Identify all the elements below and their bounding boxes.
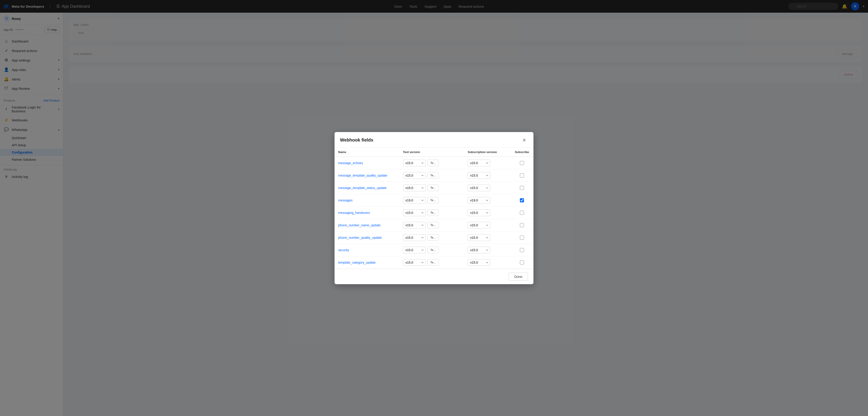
test-version-cell-5: v15.0v16.0v17.0v18.0v19.0v20.0Te... [399,219,464,231]
subscribe-cell-8 [510,256,533,269]
sub-version-cell-3: v15.0v16.0v17.0v18.0v19.0v20.0 [464,194,510,206]
modal-body[interactable]: Name Test version Subscription version S… [335,148,533,269]
test-button-3[interactable]: Te... [428,197,439,204]
table-row: messaging_handoversv15.0v16.0v17.0v18.0v… [335,206,533,219]
subscribe-checkbox-1[interactable] [520,173,524,177]
modal-header: Webhook fields ✕ [335,132,533,148]
col-name-header: Name [335,148,399,157]
table-row: message_template_status_updatev15.0v16.0… [335,182,533,194]
test-version-select-6[interactable]: v15.0v16.0v17.0v18.0v19.0v20.0 [403,234,426,241]
webhook-name-link-2[interactable]: message_template_status_update [338,186,386,190]
test-version-cell-3: v15.0v16.0v17.0v18.0v19.0v20.0Te... [399,194,464,206]
webhook-name-link-6[interactable]: phone_number_quality_update [338,236,382,239]
webhook-name-link-3[interactable]: messages [338,199,352,202]
table-row: message_echoesv15.0v16.0v17.0v18.0v19.0v… [335,157,533,169]
table-row: template_category_updatev15.0v16.0v17.0v… [335,256,533,269]
subscribe-checkbox-6[interactable] [520,236,524,240]
modal-close-button[interactable]: ✕ [521,137,528,144]
test-button-6[interactable]: Te... [428,234,439,241]
table-row: message_template_quality_updatev15.0v16.… [335,169,533,182]
test-version-select-4[interactable]: v15.0v16.0v17.0v18.0v19.0v20.0 [403,209,426,216]
webhook-name-cell-6: phone_number_quality_update [335,231,399,244]
subscribe-checkbox-2[interactable] [520,186,524,190]
subscribe-cell-3 [510,194,533,206]
table-row: messagesv15.0v16.0v17.0v18.0v19.0v20.0Te… [335,194,533,206]
sub-version-cell-0: v15.0v16.0v17.0v18.0v19.0v20.0 [464,157,510,169]
sub-version-cell-6: v15.0v16.0v17.0v18.0v19.0v20.0 [464,231,510,244]
subscribe-cell-2 [510,182,533,194]
subscribe-checkbox-0[interactable] [520,161,524,165]
sub-version-select-5[interactable]: v15.0v16.0v17.0v18.0v19.0v20.0 [468,222,490,229]
webhook-name-cell-4: messaging_handovers [335,206,399,219]
test-button-5[interactable]: Te... [428,222,439,228]
test-version-cell-4: v15.0v16.0v17.0v18.0v19.0v20.0Te... [399,206,464,219]
col-test-header: Test version [399,148,464,157]
subscribe-checkbox-7[interactable] [520,248,524,252]
subscribe-cell-7 [510,244,533,256]
test-version-cell-1: v15.0v16.0v17.0v18.0v19.0v20.0Te... [399,169,464,182]
webhook-name-cell-0: message_echoes [335,157,399,169]
test-version-select-3[interactable]: v15.0v16.0v17.0v18.0v19.0v20.0 [403,197,426,204]
test-button-7[interactable]: Te... [428,247,439,253]
webhook-name-cell-7: security [335,244,399,256]
webhook-name-cell-5: phone_number_name_update [335,219,399,231]
table-row: phone_number_name_updatev15.0v16.0v17.0v… [335,219,533,231]
test-button-0[interactable]: Te... [428,159,439,166]
sub-version-cell-5: v15.0v16.0v17.0v18.0v19.0v20.0 [464,219,510,231]
table-header-row: Name Test version Subscription version S… [335,148,533,157]
sub-version-select-1[interactable]: v15.0v16.0v17.0v18.0v19.0v20.0 [468,172,490,179]
test-version-cell-2: v15.0v16.0v17.0v18.0v19.0v20.0Te... [399,182,464,194]
test-version-cell-7: v15.0v16.0v17.0v18.0v19.0v20.0Te... [399,244,464,256]
subscribe-checkbox-4[interactable] [520,211,524,215]
subscribe-cell-4 [510,206,533,219]
table-row: securityv15.0v16.0v17.0v18.0v19.0v20.0Te… [335,244,533,256]
webhook-name-link-8[interactable]: template_category_update [338,261,376,264]
sub-version-cell-1: v15.0v16.0v17.0v18.0v19.0v20.0 [464,169,510,182]
webhook-name-link-1[interactable]: message_template_quality_update [338,174,387,177]
sub-version-select-7[interactable]: v15.0v16.0v17.0v18.0v19.0v20.0 [468,247,490,254]
test-version-select-5[interactable]: v15.0v16.0v17.0v18.0v19.0v20.0 [403,222,426,229]
webhook-name-cell-1: message_template_quality_update [335,169,399,182]
test-button-4[interactable]: Te... [428,209,439,216]
sub-version-select-3[interactable]: v15.0v16.0v17.0v18.0v19.0v20.0 [468,197,490,204]
modal-footer: Done [335,269,533,284]
webhook-name-link-5[interactable]: phone_number_name_update [338,224,381,227]
subscribe-cell-0 [510,157,533,169]
test-version-select-7[interactable]: v15.0v16.0v17.0v18.0v19.0v20.0 [403,247,426,254]
col-subscribe-header: Subscribe [510,148,533,157]
webhook-name-cell-8: template_category_update [335,256,399,269]
sub-version-cell-8: v15.0v16.0v17.0v18.0v19.0v20.0 [464,256,510,269]
col-sub-version-header: Subscription version [464,148,510,157]
test-button-8[interactable]: Te... [428,259,439,266]
table-row: phone_number_quality_updatev15.0v16.0v17… [335,231,533,244]
webhook-table: Name Test version Subscription version S… [335,148,533,269]
webhook-name-link-7[interactable]: security [338,248,349,252]
test-version-select-1[interactable]: v15.0v16.0v17.0v18.0v19.0v20.0 [403,172,426,179]
sub-version-select-6[interactable]: v15.0v16.0v17.0v18.0v19.0v20.0 [468,234,490,241]
modal-overlay: Webhook fields ✕ Name Test version Subsc… [0,0,868,416]
test-version-select-0[interactable]: v15.0v16.0v17.0v18.0v19.0v20.0 [403,159,426,167]
sub-version-select-0[interactable]: v15.0v16.0v17.0v18.0v19.0v20.0 [468,159,490,167]
subscribe-checkbox-3[interactable] [520,198,524,202]
webhook-fields-modal: Webhook fields ✕ Name Test version Subsc… [335,132,533,284]
done-button[interactable]: Done [508,273,528,280]
webhook-name-link-4[interactable]: messaging_handovers [338,211,370,214]
test-button-1[interactable]: Te... [428,172,439,179]
test-version-cell-6: v15.0v16.0v17.0v18.0v19.0v20.0Te... [399,231,464,244]
webhook-name-link-0[interactable]: message_echoes [338,161,363,165]
subscribe-checkbox-8[interactable] [520,261,524,265]
webhook-name-cell-3: messages [335,194,399,206]
test-version-cell-0: v15.0v16.0v17.0v18.0v19.0v20.0Te... [399,157,464,169]
sub-version-select-8[interactable]: v15.0v16.0v17.0v18.0v19.0v20.0 [468,259,490,266]
sub-version-cell-7: v15.0v16.0v17.0v18.0v19.0v20.0 [464,244,510,256]
subscribe-checkbox-5[interactable] [520,223,524,227]
sub-version-select-4[interactable]: v15.0v16.0v17.0v18.0v19.0v20.0 [468,209,490,216]
subscribe-cell-1 [510,169,533,182]
sub-version-cell-2: v15.0v16.0v17.0v18.0v19.0v20.0 [464,182,510,194]
test-version-select-8[interactable]: v15.0v16.0v17.0v18.0v19.0v20.0 [403,259,426,266]
sub-version-cell-4: v15.0v16.0v17.0v18.0v19.0v20.0 [464,206,510,219]
sub-version-select-2[interactable]: v15.0v16.0v17.0v18.0v19.0v20.0 [468,184,490,191]
modal-title: Webhook fields [340,138,373,143]
test-button-2[interactable]: Te... [428,184,439,191]
test-version-select-2[interactable]: v15.0v16.0v17.0v18.0v19.0v20.0 [403,184,426,191]
